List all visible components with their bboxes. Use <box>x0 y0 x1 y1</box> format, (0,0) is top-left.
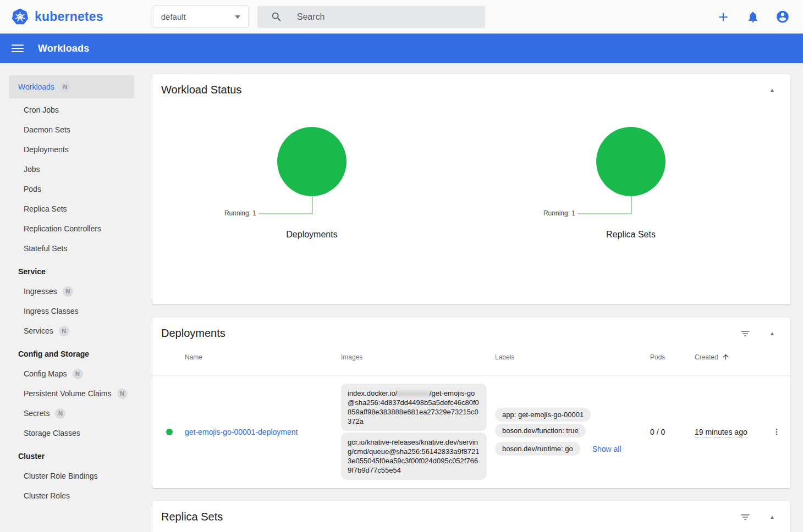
redacted-registry-user: xxxxxxxxx <box>397 389 430 397</box>
sidebar-item-daemon-sets[interactable]: Daemon Sets <box>9 120 134 140</box>
label-chip: boson.dev/function: true <box>495 424 586 437</box>
main-content: Workload Status ▲ Running: 1 Deployments <box>143 63 803 532</box>
sidebar-item-label: Replication Controllers <box>24 224 101 233</box>
sidebar-item-label: Daemon Sets <box>24 125 70 134</box>
sidebar-item-label: Workloads <box>18 82 54 91</box>
notifications-bell-icon[interactable] <box>746 10 760 24</box>
sidebar-section-config-and-storage: Config and Storage <box>9 344 134 364</box>
card-title: Deployments <box>161 327 226 340</box>
sidebar-item-replication-controllers[interactable]: Replication Controllers <box>9 219 134 239</box>
sidebar-item-workloads[interactable]: Workloads N <box>9 75 134 98</box>
images-cell: index.docker.io/xxxxxxxxx/get-emojis-go@… <box>341 382 495 481</box>
new-badge: N <box>73 369 83 379</box>
sidebar-item-label: Cron Jobs <box>24 106 59 114</box>
user-avatar-icon[interactable] <box>776 10 790 24</box>
sidebar-item-storage-classes[interactable]: Storage Classes <box>9 423 134 443</box>
create-resource-button[interactable] <box>716 10 730 24</box>
sort-ascending-icon <box>718 352 730 363</box>
sidebar-nav: Workloads N Cron Jobs Daemon Sets Deploy… <box>0 63 143 532</box>
image-chip: index.docker.io/xxxxxxxxx/get-emojis-go@… <box>341 384 487 431</box>
sidebar-item-services[interactable]: Services N <box>9 321 134 341</box>
collapse-card-icon[interactable]: ▲ <box>769 330 782 336</box>
sidebar-item-replica-sets[interactable]: Replica Sets <box>9 199 134 219</box>
sidebar-item-stateful-sets[interactable]: Stateful Sets <box>9 239 134 258</box>
brand-text: kubernetes <box>35 9 103 24</box>
replica-sets-pie-chart: Running: 1 Replica Sets <box>471 127 790 290</box>
column-header-labels: Labels <box>495 353 650 361</box>
new-badge: N <box>60 82 70 92</box>
table-row: get-emojis-go-00001-deployment index.doc… <box>152 375 790 488</box>
new-badge: N <box>59 326 69 336</box>
leader-line <box>258 213 312 214</box>
sidebar-item-cron-jobs[interactable]: Cron Jobs <box>9 100 134 120</box>
column-header-created[interactable]: Created <box>695 352 770 363</box>
chart-title: Replica Sets <box>471 230 790 240</box>
chart-title: Deployments <box>152 230 471 240</box>
sidebar-item-ingresses[interactable]: Ingresses N <box>9 281 134 301</box>
sidebar-item-label: Ingress Classes <box>24 307 79 315</box>
sidebar-item-cluster-role-bindings[interactable]: Cluster Role Bindings <box>9 466 134 486</box>
running-count-label: Running: 1 <box>224 209 256 217</box>
sidebar-item-label: Deployments <box>24 145 69 154</box>
sidebar-item-ingress-classes[interactable]: Ingress Classes <box>9 301 134 321</box>
deployment-name-link[interactable]: get-emojis-go-00001-deployment <box>185 428 309 436</box>
image-chip: gcr.io/knative-releases/knative.dev/serv… <box>341 433 487 480</box>
sidebar-section-service: Service <box>9 262 134 281</box>
new-badge: N <box>117 389 128 399</box>
created-timestamp: 19 minutes ago <box>695 428 770 436</box>
collapse-card-icon[interactable]: ▲ <box>769 514 782 520</box>
running-count-label: Running: 1 <box>543 209 575 217</box>
sidebar-item-label: Ingresses <box>24 287 57 296</box>
leader-line <box>631 196 632 214</box>
search-icon <box>271 11 283 23</box>
app-bar: Workloads <box>0 34 803 63</box>
show-all-link[interactable]: Show all <box>592 445 622 453</box>
sidebar-item-cluster-roles[interactable]: Cluster Roles <box>9 486 134 506</box>
collapse-card-icon[interactable]: ▲ <box>769 87 782 93</box>
sidebar-section-cluster: Cluster <box>9 446 134 466</box>
sidebar-item-persistent-volume-claims[interactable]: Persistent Volume Claims N <box>9 384 134 403</box>
menu-hamburger-icon[interactable] <box>12 42 24 54</box>
workload-status-card: Workload Status ▲ Running: 1 Deployments <box>152 74 790 304</box>
deployments-pie-chart: Running: 1 Deployments <box>152 127 471 290</box>
sidebar-item-label: Jobs <box>24 165 40 174</box>
card-title: Replica Sets <box>161 511 223 523</box>
column-header-name: Name <box>185 353 341 361</box>
filter-icon[interactable] <box>740 328 751 339</box>
label-chip: app: get-emojis-go-00001 <box>495 408 591 422</box>
column-header-images: Images <box>341 353 495 361</box>
sidebar-item-secrets[interactable]: Secrets N <box>9 403 134 423</box>
search-bar[interactable] <box>257 6 485 28</box>
table-header: Name Images Labels Pods Created <box>152 340 790 375</box>
page-title: Workloads <box>38 43 90 54</box>
sidebar-item-config-maps[interactable]: Config Maps N <box>9 364 134 384</box>
leader-line <box>312 196 313 214</box>
sidebar-item-label: Storage Classes <box>24 429 80 437</box>
top-bar: kubernetes default <box>0 0 803 34</box>
chevron-down-icon <box>235 15 240 19</box>
sidebar-item-pods[interactable]: Pods <box>9 179 134 199</box>
filter-icon[interactable] <box>740 512 751 523</box>
sidebar-item-label: Persistent Volume Claims <box>24 389 112 398</box>
column-header-pods: Pods <box>650 353 695 361</box>
label-chip: boson.dev/runtime: go <box>495 442 580 456</box>
new-badge: N <box>63 286 73 297</box>
sidebar-item-label: Pods <box>24 185 41 193</box>
sidebar-item-deployments[interactable]: Deployments <box>9 140 134 159</box>
row-actions-kebab-icon[interactable] <box>772 427 782 437</box>
kubernetes-logo[interactable]: kubernetes <box>11 8 103 26</box>
sidebar-item-label: Cluster Roles <box>24 491 70 500</box>
search-input[interactable] <box>297 12 462 22</box>
namespace-selector[interactable]: default <box>153 5 249 28</box>
sidebar-item-jobs[interactable]: Jobs <box>9 159 134 179</box>
new-badge: N <box>55 408 65 419</box>
namespace-value: default <box>161 12 186 21</box>
pods-count: 0 / 0 <box>650 428 695 436</box>
status-running-dot <box>166 429 173 435</box>
sidebar-item-label: Stateful Sets <box>24 244 67 253</box>
sidebar-item-label: Services <box>24 326 53 335</box>
deployments-card: Deployments ▲ Name Images Labels Pods Cr… <box>152 318 790 488</box>
table-header: Name Images Labels Pods Created <box>152 523 790 532</box>
pie-slice-running <box>596 127 666 196</box>
leader-line <box>578 213 631 214</box>
